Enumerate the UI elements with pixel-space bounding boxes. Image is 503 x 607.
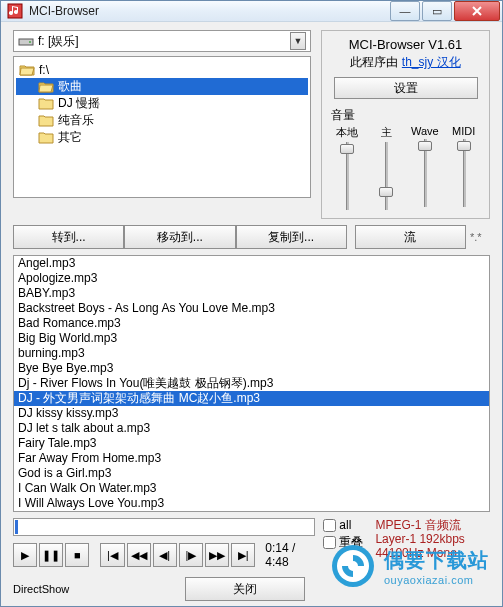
file-item[interactable]: Angel.mp3	[14, 256, 489, 271]
tree-item[interactable]: 歌曲	[16, 78, 308, 95]
file-item[interactable]: Ice Mc - Think About The Way - Dj 版.mp3	[14, 511, 489, 512]
last-button[interactable]: ▶|	[231, 543, 255, 567]
file-item[interactable]: Bye Bye Bye.mp3	[14, 361, 489, 376]
svg-point-2	[29, 41, 31, 43]
file-item[interactable]: DJ let s talk about a.mp3	[14, 421, 489, 436]
status-text: DirectShow	[13, 583, 69, 595]
folder-icon	[19, 63, 35, 76]
volume-sliders: 本地主WaveMIDI	[328, 125, 483, 210]
file-item[interactable]: I Will Always Love You.mp3	[14, 496, 489, 511]
forward-button[interactable]: |▶	[179, 543, 203, 567]
credits: 此程序由 th_sjy 汉化	[350, 54, 460, 71]
folder-icon	[38, 131, 54, 144]
repeat-checkbox[interactable]	[323, 536, 336, 549]
volume-slider[interactable]	[416, 139, 434, 207]
file-item[interactable]: Far Away From Home.mp3	[14, 451, 489, 466]
drive-selector[interactable]: f: [娱乐] ▼	[13, 30, 311, 52]
tree-item[interactable]: 其它	[16, 129, 308, 146]
stream-button[interactable]: 流	[355, 225, 466, 249]
move-button[interactable]: 移动到...	[124, 225, 235, 249]
minimize-button[interactable]: —	[390, 1, 420, 21]
folder-icon	[38, 114, 54, 127]
file-item[interactable]: Fairy Tale.mp3	[14, 436, 489, 451]
prev-button[interactable]: ◀◀	[127, 543, 151, 567]
first-button[interactable]: |◀	[100, 543, 124, 567]
tree-item[interactable]: 纯音乐	[16, 112, 308, 129]
file-item[interactable]: Backstreet Boys - As Long As You Love Me…	[14, 301, 489, 316]
volume-slider[interactable]	[455, 139, 473, 207]
play-button[interactable]: ▶	[13, 543, 37, 567]
titlebar: MCI-Browser — ▭	[1, 1, 502, 22]
maximize-button[interactable]: ▭	[422, 1, 452, 21]
pause-button[interactable]: ❚❚	[39, 543, 63, 567]
volume-slider[interactable]	[377, 142, 395, 210]
file-list[interactable]: Angel.mp3Apologize.mp3BABY.mp3Backstreet…	[13, 255, 490, 512]
file-item[interactable]: DJ - 外文男声词架架动感舞曲 MC赵小鱼.mp3	[14, 391, 489, 406]
playback-controls: ▶ ❚❚ ■ |◀ ◀◀ ◀| |▶ ▶▶ ▶| 0:14 / 4:48	[13, 541, 315, 569]
filter-text: *.*	[466, 231, 490, 243]
file-item[interactable]: Dj - River Flows In You(唯美越鼓 极品钢琴).mp3	[14, 376, 489, 391]
volume-slider[interactable]	[338, 142, 356, 210]
file-item[interactable]: I Can Walk On Water.mp3	[14, 481, 489, 496]
credits-link[interactable]: th_sjy 汉化	[402, 55, 461, 69]
tree-item[interactable]: DJ 慢摇	[16, 95, 308, 112]
drive-icon	[18, 34, 34, 48]
file-item[interactable]: DJ kissy kissy.mp3	[14, 406, 489, 421]
stop-button[interactable]: ■	[65, 543, 89, 567]
app-version: MCI-Browser V1.61	[349, 37, 462, 52]
close-window-button[interactable]	[454, 1, 500, 21]
stream-info: MPEG-1 音频流 Layer-1 192kbps 44100Hz Mono	[375, 518, 490, 569]
file-item[interactable]: God is a Girl.mp3	[14, 466, 489, 481]
folder-tree[interactable]: f:\歌曲DJ 慢摇纯音乐其它	[13, 56, 311, 198]
file-item[interactable]: Big Big World.mp3	[14, 331, 489, 346]
time-display: 0:14 / 4:48	[265, 541, 315, 569]
folder-icon	[38, 97, 54, 110]
volume-label: 音量	[331, 107, 483, 124]
app-icon	[7, 3, 23, 19]
file-item[interactable]: burning.mp3	[14, 346, 489, 361]
all-checkbox[interactable]	[323, 519, 336, 532]
rewind-button[interactable]: ◀|	[153, 543, 177, 567]
copy-button[interactable]: 复制到...	[236, 225, 347, 249]
next-button[interactable]: ▶▶	[205, 543, 229, 567]
action-buttons: 转到... 移动到... 复制到... 流 *.*	[13, 225, 490, 249]
close-button[interactable]: 关闭	[185, 577, 305, 601]
options-checks: all 重叠	[323, 518, 367, 569]
goto-button[interactable]: 转到...	[13, 225, 124, 249]
dropdown-arrow-icon[interactable]: ▼	[290, 32, 306, 50]
tree-item[interactable]: f:\	[16, 61, 308, 78]
file-item[interactable]: BABY.mp3	[14, 286, 489, 301]
file-item[interactable]: Bad Romance.mp3	[14, 316, 489, 331]
progress-bar[interactable]	[13, 518, 315, 536]
window-title: MCI-Browser	[29, 4, 388, 18]
file-item[interactable]: Apologize.mp3	[14, 271, 489, 286]
settings-button[interactable]: 设置	[334, 77, 478, 99]
info-panel: MCI-Browser V1.61 此程序由 th_sjy 汉化 设置 音量 本…	[321, 30, 490, 219]
folder-icon	[38, 80, 54, 93]
drive-label: f: [娱乐]	[38, 33, 290, 50]
